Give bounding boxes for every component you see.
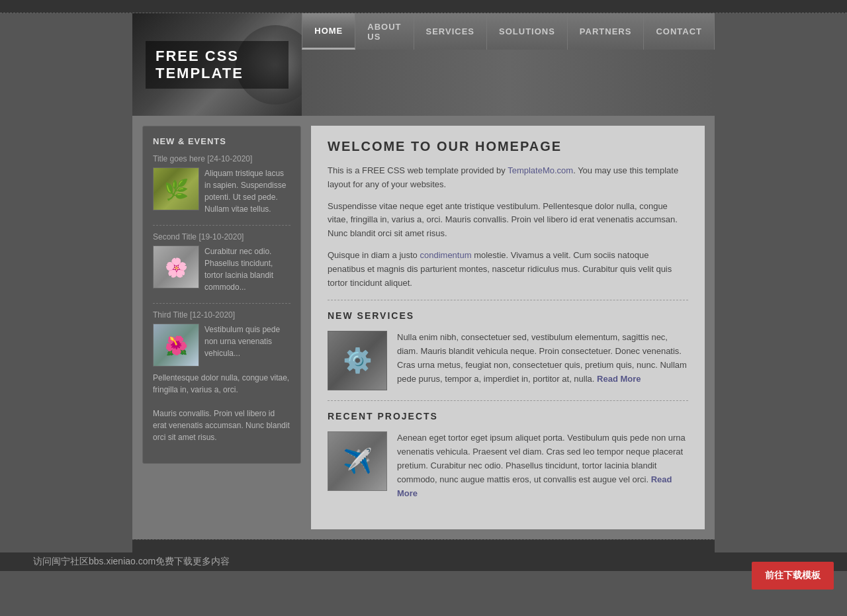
news-item-2-text: Curabitur nec odio. Phasellus tincidunt,… [204,245,290,293]
intro-paragraph: This is a FREE CSS web template provided… [328,164,688,192]
condimentum-link[interactable]: condimentum [420,250,471,260]
services-title: NEW SERVICES [328,310,688,321]
news-item-1: Title goes here [24-10-2020] Aliquam tri… [153,154,290,215]
nav-item-contact[interactable]: CONTACT [644,13,715,50]
services-block: ⚙️ Nulla enim nibh, consectetuer sed, ve… [328,331,688,390]
content-wrapper: NEW & EVENTS Title goes here [24-10-2020… [132,116,715,539]
news-item-2: Second Title [19-10-2020] Curabitur nec … [153,232,290,293]
news-item-3-text: Vestibulum quis pede non urna venenatis … [204,324,290,367]
watermark: 访问闽宁社区bbs.xieniao.com免费下载更多内容 [0,552,847,571]
service-image: ⚙️ [328,331,387,390]
projects-title: RECENT PROJECTS [328,411,688,421]
news-item-3-title[interactable]: Third Title [12-10-2020] [153,310,290,320]
main-container: FREE CSS TEMPLATE HOME ABOUT US SERVICES… [132,13,715,552]
nav-wrapper: HOME ABOUT US SERVICES SOLUTIONS PARTNER… [302,13,715,116]
news-item-1-title[interactable]: Title goes here [24-10-2020] [153,154,290,163]
services-text: Nulla enim nibh, consectetuer sed, vesti… [397,331,688,390]
para-1: Suspendisse vitae neque eget ante tristi… [328,200,688,241]
template-link[interactable]: TemplateMo.com [508,165,573,175]
news-thumb-3 [153,324,199,367]
download-button[interactable]: 前往下载模板 [752,562,834,590]
projects-block: ✈️ Aenean eget tortor eget ipsum aliquet… [328,431,688,500]
watermark-text: 访问闽宁社区bbs.xieniao.com免费下载更多内容 [33,556,230,566]
logo-text: FREE CSS TEMPLATE [146,41,289,89]
nav-item-partners[interactable]: PARTNERS [568,13,645,50]
news-item-2-title[interactable]: Second Title [19-10-2020] [153,232,290,242]
main-divider-2 [328,400,688,401]
news-divider-2 [153,303,290,304]
footer-bar [132,539,715,552]
top-bar [0,0,847,13]
nav-item-about[interactable]: ABOUT US [355,13,414,50]
welcome-title: WELCOME TO OUR HOMEPAGE [328,139,688,154]
news-thumb-2 [153,245,199,288]
sidebar: NEW & EVENTS Title goes here [24-10-2020… [142,126,301,529]
news-item-3-extra: Pellentesque dolor nulla, congue vitae, … [153,372,290,443]
news-item-1-text: Aliquam tristique lacus in sapien. Suspe… [204,167,290,215]
news-item-3: Third Title [12-10-2020] Vestibulum quis… [153,310,290,443]
page-wrapper: FREE CSS TEMPLATE HOME ABOUT US SERVICES… [0,0,847,571]
nav-item-solutions[interactable]: SOLUTIONS [487,13,568,50]
para-2: Quisque in diam a justo condimentum mole… [328,249,688,290]
news-item-3-body: Vestibulum quis pede non urna venenatis … [153,324,290,367]
news-item-1-body: Aliquam tristique lacus in sapien. Suspe… [153,167,290,215]
logo-area: FREE CSS TEMPLATE [132,13,302,116]
sidebar-title: NEW & EVENTS [153,136,290,146]
news-thumb-1 [153,167,199,210]
main-divider-1 [328,300,688,300]
main-content: WELCOME TO OUR HOMEPAGE This is a FREE C… [311,126,705,529]
news-item-2-body: Curabitur nec odio. Phasellus tincidunt,… [153,245,290,293]
navigation: HOME ABOUT US SERVICES SOLUTIONS PARTNER… [302,13,715,50]
para-2-before: Quisque in diam a justo [328,250,418,260]
nav-item-home[interactable]: HOME [302,13,355,50]
sidebar-inner: NEW & EVENTS Title goes here [24-10-2020… [142,126,301,464]
news-divider-1 [153,225,290,226]
projects-text: Aenean eget tortor eget ipsum aliquet po… [397,431,688,500]
project-image: ✈️ [328,431,387,491]
nav-item-services[interactable]: SERVICES [414,13,488,50]
nav-strip [302,50,715,116]
header: FREE CSS TEMPLATE HOME ABOUT US SERVICES… [132,13,715,116]
intro-text-1: This is a FREE CSS web template provided… [328,165,506,175]
services-read-more[interactable]: Read More [597,374,641,384]
